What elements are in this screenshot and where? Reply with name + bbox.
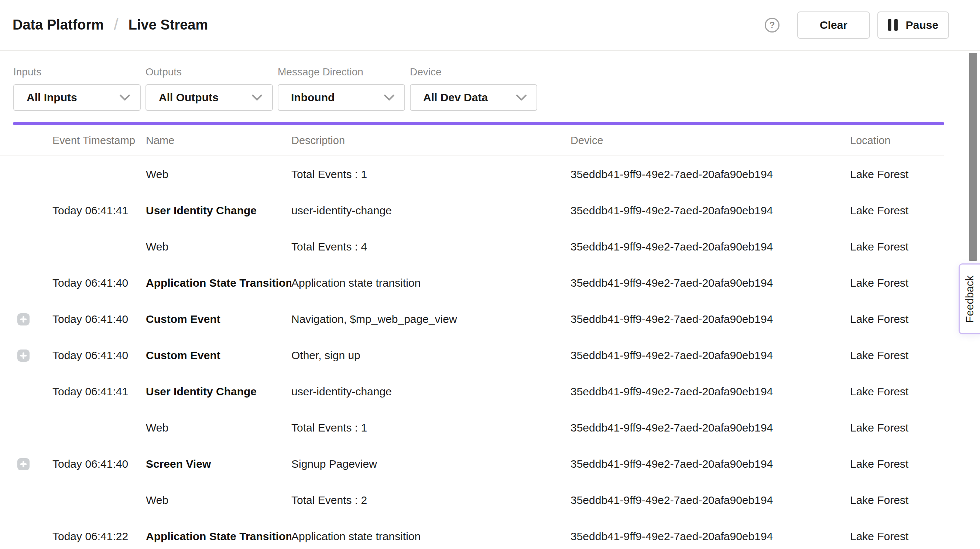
pause-button[interactable]: Pause [877, 11, 949, 39]
table-row: Web Total Events : 4 35eddb41-9ff9-49e2-… [0, 229, 944, 265]
breadcrumb-data-platform[interactable]: Data Platform [13, 17, 104, 33]
event-description: user-identity-change [291, 204, 571, 217]
event-name: Application State Transition [146, 277, 291, 289]
event-description: Signup Pageview [291, 458, 571, 470]
table-row: Today 06:41:40 Screen View Signup Pagevi… [0, 446, 944, 482]
header-actions: ? Clear Pause [765, 11, 949, 39]
help-icon[interactable]: ? [765, 18, 780, 32]
event-location: Lake Forest [850, 241, 944, 253]
chevron-down-icon [119, 94, 130, 101]
message-direction-dropdown[interactable]: Inbound [278, 84, 405, 111]
event-device-id: 35eddb41-9ff9-49e2-7aed-20afa90eb194 [571, 277, 850, 289]
outputs-dropdown[interactable]: All Outputs [145, 84, 273, 111]
event-description: Total Events : 2 [291, 494, 571, 506]
message-direction-dropdown-value: Inbound [291, 91, 334, 104]
breadcrumb: Data Platform / Live Stream [13, 15, 208, 35]
table-row: Today 06:41:40 Custom Event Navigation, … [0, 301, 944, 337]
table-row: Today 06:41:40 Application State Transit… [0, 265, 944, 301]
inputs-dropdown[interactable]: All Inputs [13, 84, 141, 111]
event-location: Lake Forest [850, 458, 944, 470]
feedback-tab-label: Feedback [964, 275, 976, 322]
event-location: Lake Forest [850, 421, 944, 434]
chevron-down-icon [516, 94, 527, 101]
expand-row-icon[interactable] [18, 313, 30, 326]
table-row: Web Total Events : 1 35eddb41-9ff9-49e2-… [0, 156, 944, 193]
vertical-scrollbar-thumb[interactable] [969, 53, 977, 261]
pause-icon [888, 19, 898, 31]
event-device-id: 35eddb41-9ff9-49e2-7aed-20afa90eb194 [571, 349, 850, 362]
event-device-id: 35eddb41-9ff9-49e2-7aed-20afa90eb194 [571, 385, 850, 398]
device-dropdown[interactable]: All Dev Data [410, 84, 537, 111]
filter-message-direction: Message Direction Inbound [278, 66, 405, 111]
filter-bar: Inputs All Inputs Outputs All Outputs Me… [0, 51, 980, 111]
breadcrumb-separator-icon: / [114, 14, 119, 34]
filter-device: Device All Dev Data [410, 66, 537, 111]
event-timestamp: Today 06:41:41 [52, 204, 146, 217]
event-name: User Identity Change [146, 385, 291, 398]
live-stream-page: Data Platform / Live Stream ? Clear Paus… [0, 0, 980, 549]
clear-button[interactable]: Clear [797, 11, 870, 39]
expand-row-icon[interactable] [18, 458, 30, 470]
pause-button-label: Pause [906, 19, 938, 31]
event-location: Lake Forest [850, 168, 944, 181]
event-device-id: 35eddb41-9ff9-49e2-7aed-20afa90eb194 [571, 494, 850, 506]
table-body: Web Total Events : 1 35eddb41-9ff9-49e2-… [0, 156, 944, 549]
event-location: Lake Forest [850, 494, 944, 506]
message-direction-label: Message Direction [278, 66, 405, 78]
event-description: Other, sign up [291, 349, 571, 362]
event-device-id: 35eddb41-9ff9-49e2-7aed-20afa90eb194 [571, 168, 850, 181]
table-row: Today 06:41:41 User Identity Change user… [0, 373, 944, 410]
column-header-location: Location [850, 134, 944, 147]
chevron-down-icon [383, 94, 395, 101]
inputs-dropdown-value: All Inputs [27, 91, 77, 104]
event-name: Web [146, 168, 291, 181]
event-timestamp: Today 06:41:22 [52, 530, 146, 543]
page-header: Data Platform / Live Stream ? Clear Paus… [0, 0, 980, 51]
table-row: Today 06:41:41 User Identity Change user… [0, 193, 944, 229]
table-row: Today 06:41:40 Custom Event Other, sign … [0, 337, 944, 373]
event-name: Custom Event [146, 313, 291, 326]
filter-outputs: Outputs All Outputs [145, 66, 273, 111]
event-device-id: 35eddb41-9ff9-49e2-7aed-20afa90eb194 [571, 313, 850, 326]
column-header-event-timestamp: Event Timestamp [52, 134, 146, 147]
event-device-id: 35eddb41-9ff9-49e2-7aed-20afa90eb194 [571, 241, 850, 253]
accent-divider [13, 122, 944, 125]
event-description: Total Events : 4 [291, 241, 571, 253]
column-header-description: Description [291, 134, 571, 147]
table-row: Today 06:41:22 Application State Transit… [0, 518, 944, 549]
table-row: Web Total Events : 1 35eddb41-9ff9-49e2-… [0, 410, 944, 446]
device-dropdown-value: All Dev Data [423, 91, 488, 104]
event-timestamp: Today 06:41:40 [52, 277, 146, 289]
inputs-label: Inputs [13, 66, 141, 78]
device-label: Device [410, 66, 537, 78]
event-location: Lake Forest [850, 530, 944, 543]
event-device-id: 35eddb41-9ff9-49e2-7aed-20afa90eb194 [571, 204, 850, 217]
table-row: Web Total Events : 2 35eddb41-9ff9-49e2-… [0, 482, 944, 518]
event-name: Screen View [146, 458, 291, 470]
breadcrumb-live-stream: Live Stream [129, 17, 208, 33]
event-location: Lake Forest [850, 349, 944, 362]
event-description: Application state transition [291, 530, 571, 543]
outputs-label: Outputs [145, 66, 273, 78]
event-name: Custom Event [146, 349, 291, 362]
event-description: Navigation, $mp_web_page_view [291, 313, 571, 326]
event-device-id: 35eddb41-9ff9-49e2-7aed-20afa90eb194 [571, 458, 850, 470]
event-device-id: 35eddb41-9ff9-49e2-7aed-20afa90eb194 [571, 530, 850, 543]
chevron-down-icon [251, 94, 262, 101]
event-location: Lake Forest [850, 277, 944, 289]
event-description: Total Events : 1 [291, 421, 571, 434]
event-name: Web [146, 494, 291, 506]
column-header-name: Name [146, 134, 291, 147]
event-name: Application State Transition [146, 530, 291, 543]
event-name: User Identity Change [146, 204, 291, 217]
event-name: Web [146, 241, 291, 253]
expand-row-icon[interactable] [18, 350, 30, 362]
event-location: Lake Forest [850, 385, 944, 398]
event-timestamp: Today 06:41:40 [52, 313, 146, 326]
event-timestamp: Today 06:41:41 [52, 385, 146, 398]
table-header-row: Event Timestamp Name Description Device … [0, 125, 944, 156]
event-description: Total Events : 1 [291, 168, 571, 181]
filter-inputs: Inputs All Inputs [13, 66, 141, 111]
feedback-tab[interactable]: Feedback [959, 263, 980, 334]
event-location: Lake Forest [850, 313, 944, 326]
